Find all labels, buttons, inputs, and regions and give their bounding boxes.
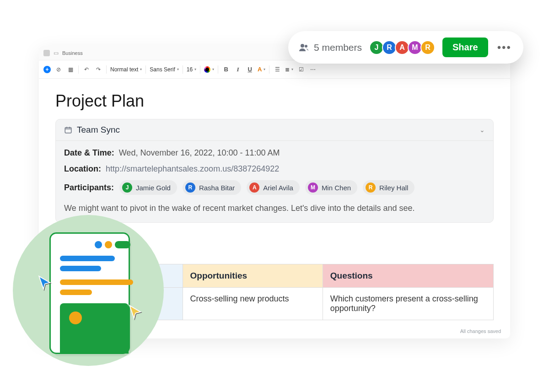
- table-cell-opportunities[interactable]: Cross-selling new products: [183, 287, 323, 320]
- svg-rect-0: [65, 128, 71, 133]
- illus-bar: [60, 279, 133, 285]
- chevron-down-icon: ▾: [194, 67, 196, 71]
- separator: [106, 65, 107, 74]
- chevron-down-icon: ▾: [177, 67, 179, 71]
- participant-name: Rasha Bitar: [199, 184, 235, 192]
- avatar: R: [185, 183, 195, 193]
- meeting-location-row: Location: http://smartelephantsales.zoom…: [64, 164, 485, 174]
- illus-dot: [105, 241, 112, 248]
- font-family-dropdown[interactable]: Sans Serif ▾: [150, 66, 178, 73]
- participants-row: Participants: JJamie GoldRRasha BitarAAr…: [64, 180, 485, 195]
- participant-name: Min Chen: [322, 184, 351, 192]
- ai-icon[interactable]: ⊘: [54, 65, 63, 74]
- insert-button[interactable]: +: [43, 66, 51, 73]
- members-group[interactable]: 5 members: [298, 42, 362, 53]
- collab-illustration: [13, 215, 164, 366]
- participant-name: Ariel Avila: [263, 184, 293, 192]
- participant-pill[interactable]: RRasha Bitar: [183, 180, 241, 195]
- cursor-icon: [37, 275, 53, 290]
- table-cell-questions[interactable]: Which customers present a cross-selling …: [323, 287, 493, 320]
- date-value: Wed, November 16, 2022, 10:00 - 11:00 AM: [119, 148, 280, 158]
- svg-point-1: [301, 44, 304, 48]
- text-style-value: Normal text: [110, 66, 138, 73]
- meeting-title: Team Sync: [77, 125, 120, 135]
- participant-pill[interactable]: AAriel Avila: [247, 180, 300, 195]
- separator: [145, 65, 146, 74]
- chevron-down-icon: ▾: [140, 67, 142, 71]
- members-icon: [298, 42, 309, 53]
- meeting-card-body: Date & Time: Wed, November 16, 2022, 10:…: [56, 141, 493, 222]
- page-title[interactable]: Project Plan: [55, 91, 494, 111]
- cursor-icon: [128, 304, 143, 320]
- chevron-down-icon: ▾: [291, 67, 293, 71]
- location-label: Location:: [64, 164, 101, 174]
- avatar: M: [308, 183, 318, 193]
- expand-icon[interactable]: [43, 50, 50, 56]
- illus-bar: [60, 266, 101, 271]
- checklist-button[interactable]: ☑: [297, 65, 305, 74]
- avatar: J: [122, 183, 132, 193]
- avatar: A: [249, 183, 259, 193]
- svg-point-2: [305, 45, 307, 48]
- meeting-card-header[interactable]: Team Sync ⌄: [56, 119, 493, 141]
- notebook-icon: ▭: [54, 50, 59, 56]
- share-pill: 5 members JRAMR Share •••: [288, 31, 523, 64]
- highlight-dropdown[interactable]: A ▾: [258, 66, 265, 73]
- participant-pill[interactable]: MMin Chen: [305, 180, 357, 195]
- date-label: Date & Time:: [64, 148, 114, 158]
- numbered-list-icon: ≣: [285, 66, 290, 73]
- chevron-down-icon: ▾: [212, 67, 214, 71]
- illus-bar: [60, 256, 115, 261]
- participant-pill[interactable]: JJamie Gold: [119, 180, 177, 195]
- numbered-list-dropdown[interactable]: ≣ ▾: [285, 66, 293, 73]
- illus-chip: [115, 241, 130, 248]
- participant-name: Riley Hall: [379, 184, 408, 192]
- avatar[interactable]: R: [420, 40, 435, 55]
- highlight-icon: A: [258, 66, 262, 73]
- breadcrumb-notebook[interactable]: Business: [62, 50, 83, 56]
- font-size-value: 16: [187, 66, 193, 73]
- undo-icon[interactable]: ↶: [82, 65, 91, 74]
- more-format-button[interactable]: ⋯: [309, 65, 317, 74]
- redo-icon[interactable]: ↷: [94, 65, 102, 74]
- separator: [269, 65, 269, 74]
- font-size-dropdown[interactable]: 16 ▾: [187, 66, 196, 73]
- participants-label: Participants:: [64, 183, 114, 193]
- bulleted-list-button[interactable]: ☰: [273, 65, 281, 74]
- separator: [218, 65, 218, 74]
- illus-dot: [69, 311, 82, 324]
- illus-bar: [60, 290, 92, 295]
- illus-block: [60, 303, 129, 354]
- font-family-value: Sans Serif: [150, 66, 175, 73]
- text-color-dropdown[interactable]: ▾: [204, 66, 214, 73]
- separator: [183, 65, 183, 74]
- chevron-down-icon[interactable]: ⌄: [479, 126, 485, 134]
- location-link[interactable]: http://smartelephantsales.zoom.us/838726…: [106, 164, 279, 174]
- color-wheel-icon: [204, 66, 210, 73]
- meeting-date-row: Date & Time: Wed, November 16, 2022, 10:…: [64, 148, 485, 158]
- chevron-down-icon: ▾: [264, 67, 265, 71]
- illus-dot: [95, 241, 102, 248]
- text-style-dropdown[interactable]: Normal text ▾: [110, 66, 142, 73]
- table-header-opportunities[interactable]: Opportunities: [183, 264, 323, 287]
- bold-button[interactable]: B: [222, 65, 230, 74]
- table-header-questions[interactable]: Questions: [323, 264, 493, 287]
- save-status: All changes saved: [460, 328, 501, 334]
- members-label: 5 members: [314, 42, 362, 53]
- calendar-icon: [64, 126, 72, 134]
- italic-button[interactable]: I: [234, 65, 242, 74]
- more-options-button[interactable]: •••: [495, 41, 513, 54]
- separator: [78, 65, 79, 74]
- share-button[interactable]: Share: [442, 38, 488, 57]
- participant-name: Jamie Gold: [136, 184, 171, 192]
- avatar-stack[interactable]: JRAMR: [369, 40, 435, 55]
- calendar-icon[interactable]: ▦: [66, 65, 75, 74]
- underline-button[interactable]: U: [246, 65, 254, 74]
- meeting-card: Team Sync ⌄ Date & Time: Wed, November 1…: [55, 119, 494, 223]
- illus-doc-card: [51, 234, 129, 353]
- meeting-note[interactable]: We might want to pivot in the wake of re…: [64, 202, 485, 215]
- avatar: R: [366, 183, 376, 193]
- separator: [200, 65, 200, 74]
- participant-pill[interactable]: RRiley Hall: [363, 180, 414, 195]
